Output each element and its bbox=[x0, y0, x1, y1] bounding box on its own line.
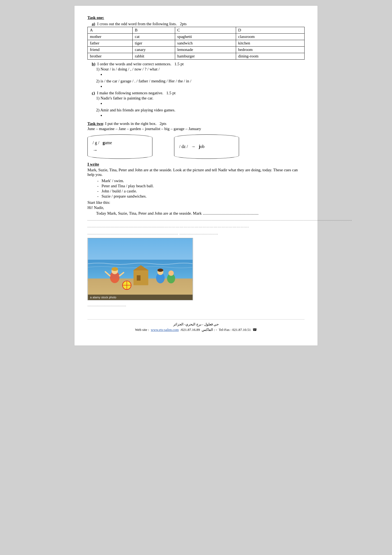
task-two-text: : I put the words in the right box. bbox=[103, 121, 156, 126]
page: Task one: a) I cross out the odd word fr… bbox=[74, 5, 318, 346]
bullet4: • bbox=[100, 113, 305, 119]
wave-after-photo: …………………………… bbox=[87, 302, 305, 308]
table-cell: hamburger bbox=[175, 53, 236, 60]
box1-example: game bbox=[103, 140, 112, 145]
footer-phone-icon: ☎ bbox=[253, 328, 257, 332]
table-cell: bedroom bbox=[236, 47, 304, 53]
part-c-pts: 1.5 pt bbox=[166, 91, 175, 95]
phonetic-row: / g / game → / dz / → job bbox=[87, 134, 305, 159]
phonetic-box-g: / g / game → bbox=[87, 134, 152, 159]
table-row: fathertigersandwichkitchen bbox=[88, 40, 305, 47]
task-two-section: Task two: I put the words in the right b… bbox=[87, 121, 305, 159]
table-header-cell: C bbox=[175, 27, 236, 34]
table-row: friendcanarylemonadebedroom bbox=[88, 47, 305, 53]
first-line: Today Mark, Suzie, Tina, Peter and John … bbox=[96, 211, 305, 216]
word-table: ABCD mothercatspaghetticlassroomfatherti… bbox=[87, 27, 305, 60]
part-a-label: a) bbox=[92, 22, 95, 26]
table-cell: dining-room bbox=[236, 53, 304, 60]
table-cell: sandwich bbox=[175, 40, 236, 47]
footer-fax: /021.87.16.89 bbox=[181, 328, 200, 332]
cue-3: John / build / a castle. bbox=[97, 189, 305, 193]
sentence2-prompt: 2) is / the car / garage / . / father / … bbox=[96, 79, 305, 83]
footer-arabic: حي قعلول –برج البحري- الجزائر bbox=[87, 322, 305, 327]
box1-phoneme: / g / bbox=[93, 140, 99, 145]
neg1-prompt: 1) Nadir's father is painting the car. bbox=[96, 96, 305, 101]
dot-line-1: ........................................… bbox=[87, 216, 305, 222]
table-header-cell: A bbox=[88, 27, 133, 34]
footer-web-link[interactable]: www.ets-salim.com bbox=[151, 328, 179, 332]
task-one-section: Task one: a) I cross out the odd word fr… bbox=[87, 15, 305, 119]
greeting: Hi! Nadir, bbox=[87, 205, 305, 210]
box2-phoneme: / dz / bbox=[179, 144, 188, 149]
table-cell: mother bbox=[88, 34, 133, 40]
part-c-label: c) bbox=[92, 91, 95, 95]
box1-arrow: → bbox=[93, 147, 97, 153]
table-cell: cat bbox=[133, 34, 175, 40]
part-b-text: I order the words and write correct sent… bbox=[97, 62, 171, 66]
neg2-prompt: 2) Amir and his friends are playing vide… bbox=[96, 108, 305, 112]
svg-text:a  alamy stock photo: a alamy stock photo bbox=[90, 296, 116, 299]
table-cell: brother bbox=[88, 53, 133, 60]
cue-4: Suzie / prepare sandwiches. bbox=[97, 194, 305, 199]
svg-point-15 bbox=[168, 270, 174, 276]
part-c-text: I make the following sentences negative. bbox=[97, 91, 163, 95]
table-cell: tiger bbox=[133, 40, 175, 47]
table-cell: lemonade bbox=[175, 47, 236, 53]
table-row: brotherrabbithamburgerdining-room bbox=[88, 53, 305, 60]
task-two-label: Task two bbox=[87, 121, 103, 126]
box2-arrow-symbol: → bbox=[191, 144, 195, 149]
part-b-instruction: b) I order the words and write correct s… bbox=[92, 62, 305, 66]
table-cell: kitchen bbox=[236, 40, 304, 47]
write-intro: Mark, Suzie, Tina, Peter and John are at… bbox=[87, 168, 305, 177]
phonetic-box-dz: / dz / → job bbox=[174, 134, 239, 159]
bullet1: • bbox=[100, 72, 305, 78]
footer: حي قعلول –برج البحري- الجزائر Web site :… bbox=[87, 319, 305, 332]
part-a-instruction: a) I cross out the odd word from the fol… bbox=[92, 22, 305, 26]
beach-image: a alamy stock photo bbox=[87, 238, 193, 300]
svg-point-8 bbox=[112, 267, 118, 271]
footer-alfax: الفاكس : bbox=[202, 328, 215, 332]
table-cell: classroom bbox=[236, 34, 304, 40]
task-two-heading: Task two: I put the words in the right b… bbox=[87, 121, 305, 126]
bullet3: • bbox=[100, 101, 305, 107]
write-section: I write Mark, Suzie, Tina, Peter and Joh… bbox=[87, 162, 305, 308]
footer-web: Web site : www.ets-salim.com /021.87.16.… bbox=[87, 328, 305, 332]
table-header-cell: B bbox=[133, 27, 175, 34]
task-one-heading: Task one: bbox=[87, 15, 305, 20]
dot-line-3: ........................................… bbox=[87, 230, 305, 236]
table-cell: rabbit bbox=[133, 53, 175, 60]
footer-web-label: Web site : bbox=[135, 328, 149, 332]
first-line-text: Today Mark, Suzie, Tina, Peter and John … bbox=[96, 211, 259, 215]
part-a-pts: 2pts bbox=[180, 22, 187, 26]
table-cell: friend bbox=[88, 47, 133, 53]
sentence1-text: Nour / is / doing / , / now / ? / what / bbox=[100, 67, 159, 71]
cues-list: Mark' / swim. Peter and Tina / play beac… bbox=[87, 179, 305, 199]
sentence2-text: is / the car / garage / . / father / men… bbox=[100, 79, 191, 83]
start-text: Start like this: bbox=[87, 200, 305, 205]
neg1-text: Nadir's father is painting the car. bbox=[100, 96, 153, 100]
footer-telfax: Tel-Fax : 021.87.10.51 bbox=[219, 328, 251, 332]
neg2-text: Amir and his friends are playing video g… bbox=[100, 108, 175, 112]
table-cell: spaghetti bbox=[175, 34, 236, 40]
table-cell: canary bbox=[133, 47, 175, 53]
part-a-text: I cross out the odd word from the follow… bbox=[97, 22, 177, 26]
box1-bold-letter: g bbox=[103, 140, 105, 145]
part-c-instruction: c) I make the following sentences negati… bbox=[92, 91, 305, 95]
bullet2: • bbox=[100, 84, 305, 90]
cue-2: Peter and Tina / play beach ball. bbox=[97, 184, 305, 188]
table-header-cell: D bbox=[236, 27, 304, 34]
box2-example: job bbox=[199, 144, 204, 149]
word-list: June – magazine – Jane – garden – journa… bbox=[87, 127, 305, 131]
table-cell: father bbox=[88, 40, 133, 47]
sentence1-prompt: 1) Nour / is / doing / , / now / ? / wha… bbox=[96, 67, 305, 72]
svg-point-13 bbox=[157, 269, 163, 272]
write-heading: I write bbox=[87, 162, 305, 167]
dot-line-2: ........................................… bbox=[87, 223, 305, 229]
svg-rect-5 bbox=[137, 275, 141, 281]
cue-1: Mark' / swim. bbox=[97, 179, 305, 183]
part-b-pts: 1.5 pt bbox=[174, 62, 184, 66]
svg-rect-3 bbox=[133, 270, 148, 285]
box2-bold-letter: j bbox=[199, 144, 200, 149]
task-two-pts: 2pts bbox=[160, 121, 166, 126]
table-row: mothercatspaghetticlassroom bbox=[88, 34, 305, 40]
